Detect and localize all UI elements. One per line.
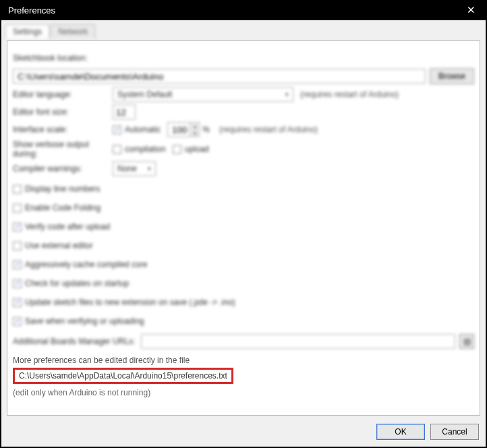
close-icon[interactable]: ✕ — [460, 4, 482, 16]
checkbox-icon: ✓ — [13, 298, 22, 307]
tab-settings[interactable]: Settings — [5, 24, 49, 38]
checkbox-icon: ✓ — [13, 279, 22, 288]
more-prefs-text: More preferences can be edited directly … — [13, 356, 474, 365]
chevron-down-icon: ▾ — [148, 165, 151, 172]
checkbox-icon: ✓ — [13, 317, 22, 326]
scale-automatic-label: Automatic — [125, 125, 161, 134]
browse-button[interactable]: Browse — [430, 68, 474, 84]
dialog-footer: OK Cancel — [376, 424, 479, 440]
compiler-warnings-label: Compiler warnings: — [13, 164, 113, 173]
checkbox-icon — [13, 242, 22, 250]
checkbox-icon: ✓ — [113, 125, 121, 134]
cancel-button[interactable]: Cancel — [430, 424, 479, 440]
checkbox-icon — [173, 145, 181, 154]
chk-save-verify[interactable]: ✓Save when verifying or uploading — [13, 316, 144, 326]
sketchbook-input[interactable] — [13, 69, 426, 84]
chk-line-numbers[interactable]: Display line numbers — [13, 184, 100, 194]
compiler-warnings-select[interactable]: None ▾ — [113, 161, 156, 176]
boards-url-label: Additional Boards Manager URLs: — [13, 337, 141, 346]
verbose-label: Show verbose output during: — [13, 140, 113, 159]
interface-scale-label: Interface scale: — [13, 125, 113, 134]
checkbox-icon — [13, 185, 22, 194]
chk-verify-upload[interactable]: ✓Verify code after upload — [13, 222, 110, 231]
spinner-arrows[interactable]: ▲▼ — [190, 122, 200, 137]
editor-language-select[interactable]: System Default ▾ — [113, 87, 293, 102]
scale-percent: % — [202, 125, 210, 134]
chk-update-ext[interactable]: ✓Update sketch files to new extension on… — [13, 298, 235, 307]
editor-language-value: System Default — [117, 90, 172, 99]
sketchbook-label: Sketchbook location: — [13, 53, 113, 63]
ok-button[interactable]: OK — [376, 424, 425, 440]
dialog-client: Settings Network Sketchbook location: Br… — [1, 20, 486, 447]
checkbox-icon: ✓ — [13, 260, 22, 269]
tab-network[interactable]: Network — [51, 24, 95, 38]
preferences-file-path[interactable]: C:\Users\samde\AppData\Local\Arduino15\p… — [13, 368, 233, 384]
scale-hint: (requires restart of Arduino) — [219, 125, 318, 134]
font-size-input[interactable] — [113, 105, 136, 119]
tabstrip: Settings Network — [1, 20, 486, 38]
verbose-compile-checkbox[interactable]: compilation — [113, 144, 166, 154]
editor-language-label: Editor language: — [13, 90, 113, 99]
font-size-label: Editor font size: — [13, 107, 113, 117]
checkbox-icon: ✓ — [13, 223, 22, 231]
verbose-upload-checkbox[interactable]: upload — [173, 144, 209, 154]
chk-external-editor[interactable]: Use external editor — [13, 241, 93, 250]
scale-automatic-checkbox[interactable]: ✓ Automatic — [113, 125, 161, 134]
titlebar: Preferences ✕ — [0, 0, 487, 20]
checkbox-icon — [113, 145, 121, 154]
scale-value-input[interactable] — [167, 122, 190, 137]
chk-code-folding[interactable]: Enable Code Folding — [13, 203, 101, 213]
chk-check-updates[interactable]: ✓Check for updates on startup — [13, 279, 129, 288]
boards-url-input[interactable] — [141, 334, 455, 349]
open-urls-dialog-icon[interactable]: ▤ — [459, 334, 474, 349]
window-title: Preferences — [8, 5, 55, 16]
scale-spinner[interactable]: ▲▼ — [167, 122, 200, 137]
chevron-down-icon: ▾ — [285, 91, 289, 98]
language-hint: (requires restart of Arduino) — [300, 90, 399, 99]
checkbox-icon — [13, 204, 22, 213]
edit-note: (edit only when Arduino is not running) — [13, 388, 474, 397]
chk-cache-core[interactable]: ✓Aggressively cache compiled core — [13, 260, 147, 269]
settings-panel: Sketchbook location: Browse Editor langu… — [7, 40, 480, 416]
